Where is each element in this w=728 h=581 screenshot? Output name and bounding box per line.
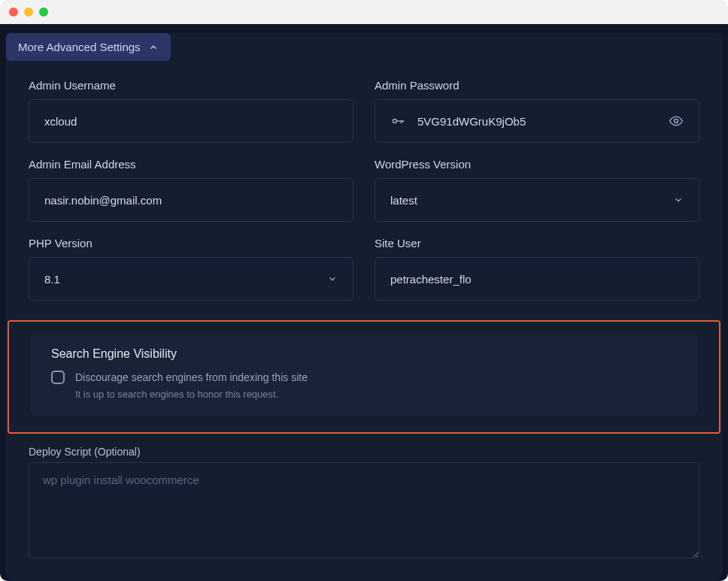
site-user-input-wrapper[interactable] <box>375 257 699 301</box>
toggle-password-visibility-icon[interactable] <box>669 113 684 129</box>
php-version-select[interactable]: 8.1 <box>29 257 353 301</box>
discourage-indexing-text: Discourage search engines from indexing … <box>75 370 308 402</box>
chevron-down-icon <box>327 274 338 284</box>
admin-password-label: Admin Password <box>375 79 699 92</box>
search-engine-visibility-highlight: Search Engine Visibility Discourage sear… <box>8 320 720 434</box>
chevron-down-icon <box>673 195 684 205</box>
wp-version-label: WordPress Version <box>375 158 699 171</box>
search-engine-visibility-panel: Search Engine Visibility Discourage sear… <box>30 332 698 416</box>
discourage-indexing-note: It is up to search engines to honor this… <box>75 388 308 402</box>
admin-email-input-wrapper[interactable] <box>29 178 353 222</box>
password-generate-icon[interactable] <box>390 113 405 129</box>
admin-username-input[interactable] <box>44 115 338 128</box>
more-advanced-settings-label: More Advanced Settings <box>18 41 141 53</box>
discourage-indexing-checkbox[interactable] <box>51 371 65 384</box>
site-user-label: Site User <box>375 237 699 250</box>
close-window-button[interactable] <box>9 8 18 17</box>
deploy-script-section: Deploy Script (Optional) <box>29 446 699 561</box>
php-version-value: 8.1 <box>44 273 60 286</box>
deploy-script-label: Deploy Script (Optional) <box>29 446 699 458</box>
svg-point-4 <box>675 120 678 123</box>
wp-version-select[interactable]: latest <box>375 178 699 222</box>
minimize-window-button[interactable] <box>24 8 33 17</box>
php-version-label: PHP Version <box>29 237 353 250</box>
search-engine-visibility-title: Search Engine Visibility <box>51 347 677 361</box>
site-user-input[interactable] <box>390 273 684 286</box>
admin-username-label: Admin Username <box>29 79 353 92</box>
admin-username-input-wrapper[interactable] <box>29 99 353 143</box>
discourage-indexing-label: Discourage search engines from indexing … <box>75 371 308 383</box>
wp-version-value: latest <box>390 194 417 207</box>
more-advanced-settings-toggle[interactable]: More Advanced Settings <box>6 33 171 61</box>
svg-point-0 <box>393 120 396 123</box>
admin-email-input[interactable] <box>44 194 338 207</box>
admin-password-input-wrapper[interactable] <box>375 99 699 143</box>
maximize-window-button[interactable] <box>39 8 48 17</box>
deploy-script-textarea[interactable] <box>29 462 699 558</box>
admin-password-input[interactable] <box>417 115 669 128</box>
admin-email-label: Admin Email Address <box>29 158 353 171</box>
window-titlebar <box>0 0 728 24</box>
chevron-up-icon <box>148 42 159 53</box>
